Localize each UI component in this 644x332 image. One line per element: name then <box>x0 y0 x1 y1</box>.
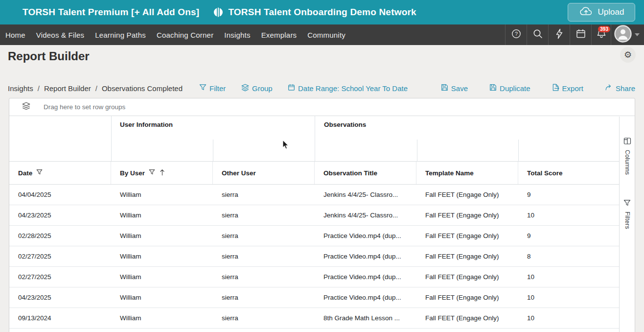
filter-funnel-icon[interactable] <box>36 169 43 177</box>
settings-button[interactable]: ⚙ <box>620 47 636 63</box>
share-label: Share <box>616 84 635 93</box>
drag-hint-label: Drag here to set row groups <box>44 103 125 111</box>
layers-icon <box>241 84 249 93</box>
nav-item-learning-paths[interactable]: Learning Paths <box>90 24 151 45</box>
breadcrumb-separator: / <box>95 84 97 93</box>
column-divider <box>315 116 315 161</box>
duplicate-button[interactable]: Duplicate <box>489 82 530 94</box>
share-button[interactable]: Share <box>605 82 635 94</box>
cell-other-user: sierra <box>213 185 315 205</box>
cell-by-user: William <box>111 185 213 205</box>
quick-actions-button[interactable] <box>548 24 570 45</box>
column-divider <box>111 116 112 161</box>
cell-observation-title: Jenkins 4/4/25- Classro... <box>315 205 416 225</box>
cell-by-user: William <box>111 226 213 246</box>
cell-observation-title: Practice Video.mp4 (dup... <box>315 226 416 246</box>
table-row[interactable]: 09/13/2024 William sierra 8th Grade Math… <box>9 308 619 329</box>
table-row[interactable]: 02/27/2025 William sierra Practice Video… <box>9 267 619 287</box>
calendar-button[interactable] <box>570 24 591 45</box>
date-range-button[interactable]: Date Range: School Year To Date <box>288 82 408 94</box>
cell-total-score: 9 <box>518 226 620 246</box>
upload-button-label: Upload <box>598 7 624 17</box>
cell-total-score: 10 <box>518 308 620 328</box>
table-row[interactable]: 04/23/2025 William sierra Jenkins 4/4/25… <box>9 205 619 226</box>
cell-by-user: William <box>111 267 213 287</box>
table-row[interactable]: 02/28/2025 William sierra Practice Video… <box>9 226 619 246</box>
column-header-row: Date By User <box>9 162 619 185</box>
save-button[interactable]: Save <box>441 82 468 94</box>
table-row[interactable]: 02/27/2025 William sierra Practice Video… <box>9 246 619 267</box>
report-toolbar: Insights / Report Builder / Observations… <box>0 82 644 94</box>
filter-label: Filter <box>209 84 226 93</box>
column-header-label: Total Score <box>527 169 563 177</box>
breadcrumb-report-builder[interactable]: Report Builder <box>44 84 91 93</box>
cell-total-score: 10 <box>518 267 620 287</box>
filter-button[interactable]: Filter <box>199 82 226 94</box>
nav-item-insights[interactable]: Insights <box>219 24 255 45</box>
column-header-date[interactable]: Date <box>9 162 111 184</box>
notification-count-badge: 393 <box>598 26 610 32</box>
cell-by-user: William <box>111 287 213 308</box>
cell-other-user: sierra <box>213 205 315 225</box>
search-button[interactable] <box>527 24 548 45</box>
breadcrumb-separator: / <box>38 84 40 93</box>
column-header-observation-title[interactable]: Observation Title <box>315 162 416 184</box>
gear-icon: ⚙ <box>624 49 632 60</box>
cell-date: 02/27/2025 <box>9 267 111 287</box>
filter-funnel-icon <box>623 199 631 209</box>
cell-other-user: sierra <box>213 308 315 328</box>
date-range-label: Date Range: School Year To Date <box>298 84 408 93</box>
export-button[interactable]: Export <box>552 82 583 94</box>
table-row[interactable]: 04/04/2025 William sierra Jenkins 4/4/25… <box>9 185 619 205</box>
upload-button[interactable]: Upload <box>568 3 635 22</box>
top-brand-bar: TORSH Talent Premium [+ All Add Ons] TOR… <box>0 0 644 24</box>
lightning-icon <box>554 28 564 41</box>
cell-template-name: Fall FEET (Engage Only) <box>416 205 518 225</box>
column-header-label: By User <box>120 169 145 177</box>
cell-observation-title: Practice Video.mp4 (dup... <box>315 287 416 308</box>
column-header-template-name[interactable]: Template Name <box>416 162 518 184</box>
search-icon <box>532 28 543 41</box>
help-button[interactable]: ? <box>505 24 527 45</box>
torsh-logo-icon <box>213 7 224 18</box>
cell-date: 02/27/2025 <box>9 246 111 266</box>
calendar-icon <box>575 28 586 41</box>
breadcrumb-insights[interactable]: Insights <box>8 84 33 93</box>
chevron-down-icon <box>635 33 640 36</box>
column-divider <box>518 140 519 161</box>
notifications-button[interactable]: 393 <box>591 24 611 45</box>
nav-item-community[interactable]: Community <box>302 24 351 45</box>
row-group-drop-zone[interactable]: Drag here to set row groups <box>9 98 635 116</box>
duplicate-floppy-icon <box>489 84 497 93</box>
share-arrow-icon <box>605 84 613 93</box>
group-button[interactable]: Group <box>241 82 273 94</box>
column-divider <box>213 140 213 161</box>
filter-funnel-icon <box>199 84 207 93</box>
column-header-label: Template Name <box>425 169 474 177</box>
sort-ascending-icon <box>159 169 165 177</box>
cell-date: 02/28/2025 <box>9 226 111 246</box>
cell-other-user: sierra <box>213 226 315 246</box>
export-file-icon <box>552 84 559 93</box>
cell-template-name: Fall FEET (Engage Only) <box>416 246 518 266</box>
nav-item-coaching-corner[interactable]: Coaching Corner <box>151 24 219 45</box>
nav-item-exemplars[interactable]: Exemplars <box>256 24 302 45</box>
tab-columns[interactable]: Columns <box>623 137 631 175</box>
main-nav: Home Videos & Files Learning Paths Coach… <box>0 24 644 45</box>
export-label: Export <box>562 84 583 93</box>
nav-item-videos-files[interactable]: Videos & Files <box>31 24 90 45</box>
group-header-user-information: User Information <box>120 121 173 128</box>
column-header-by-user[interactable]: By User <box>111 162 213 184</box>
account-menu-button[interactable] <box>611 24 644 45</box>
table-row[interactable]: 04/23/2025 William sierra Practice Video… <box>9 287 619 308</box>
group-label: Group <box>252 84 273 93</box>
nav-item-home[interactable]: Home <box>0 24 31 45</box>
cell-total-score: 10 <box>518 287 620 308</box>
filter-funnel-icon[interactable] <box>149 169 155 177</box>
column-header-other-user[interactable]: Other User <box>213 162 315 184</box>
cell-total-score: 9 <box>518 185 620 205</box>
column-header-total-score[interactable]: Total Score <box>518 162 620 184</box>
cell-by-user: William <box>111 205 213 225</box>
calendar-icon <box>288 84 295 93</box>
tab-filters[interactable]: Filters <box>623 199 631 229</box>
